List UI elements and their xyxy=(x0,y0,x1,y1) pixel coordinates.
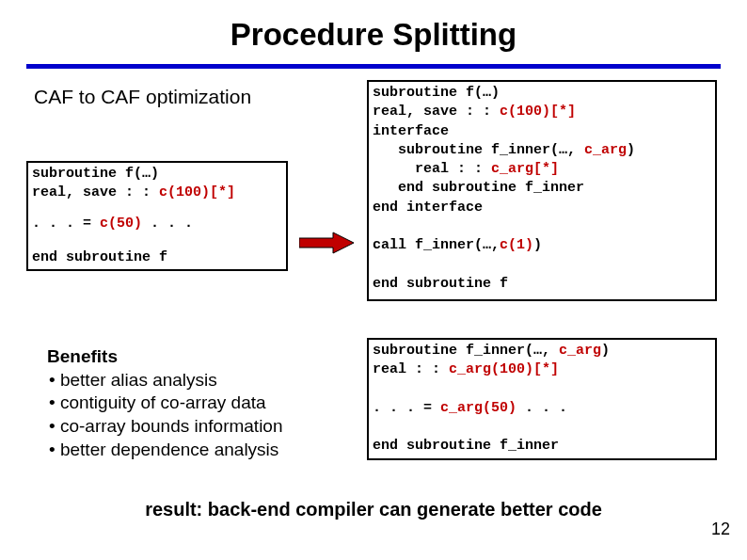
code-line: end subroutine f xyxy=(373,276,508,292)
code-keyword: c_arg(50) xyxy=(440,400,517,416)
slide: Procedure Splitting CAF to CAF optimizat… xyxy=(0,0,747,560)
code-keyword: c_arg[*] xyxy=(483,161,559,177)
title-divider xyxy=(26,64,721,69)
code-line: . . . xyxy=(517,400,567,416)
left-code-box: subroutine f(…) real, save : : c(100)[*]… xyxy=(26,161,288,271)
list-item: contiguity of co-array data xyxy=(49,392,348,415)
left-code-seg1: subroutine f(…) real, save : : c(100)[*] xyxy=(26,161,288,205)
benefits-heading: Benefits xyxy=(47,345,348,369)
right-code-box-1: subroutine f(…) real, save : : c(100)[*]… xyxy=(367,80,717,301)
left-code-seg3: end subroutine f xyxy=(26,243,288,271)
code-keyword: c(100)[*] xyxy=(151,184,235,200)
code-line: interface xyxy=(373,123,449,139)
code-keyword: c(50) xyxy=(100,216,142,232)
code-line: . . . = xyxy=(373,400,440,416)
code-line: real : : xyxy=(373,361,440,377)
code-line: subroutine f(…) xyxy=(32,166,159,182)
code-line: real, save : : xyxy=(373,104,491,120)
code-line: subroutine f_inner(…, xyxy=(373,343,550,359)
code-line: . . . = xyxy=(32,216,100,232)
code-line: end subroutine f_inner xyxy=(373,180,584,196)
benefits-block: Benefits better alias analysis contiguit… xyxy=(47,345,348,461)
benefits-list: better alias analysis contiguity of co-a… xyxy=(49,369,348,462)
code-keyword: c(100)[*] xyxy=(491,104,576,120)
right-code-box-2: subroutine f_inner(…, c_arg) real : : c_… xyxy=(367,338,717,460)
code-line: ) xyxy=(601,343,610,359)
code-line: end subroutine f_inner xyxy=(373,438,559,454)
arrow-right-icon xyxy=(299,232,356,254)
svg-marker-0 xyxy=(299,232,354,253)
code-line: subroutine f_inner(…, xyxy=(373,142,576,158)
code-line: real : : xyxy=(373,161,483,177)
left-code-seg2: . . . = c(50) . . . xyxy=(26,205,288,243)
code-line: ) xyxy=(533,237,542,253)
code-line: end subroutine f xyxy=(32,249,167,265)
list-item: co-array bounds information xyxy=(49,415,348,439)
content-area: CAF to CAF optimization subroutine f(…) … xyxy=(0,86,747,108)
code-line: call f_inner(…, xyxy=(373,237,500,253)
code-line: real, save : : xyxy=(32,184,151,200)
code-keyword: c_arg xyxy=(576,142,627,158)
list-item: better alias analysis xyxy=(49,369,348,392)
list-item: better dependence analysis xyxy=(49,439,348,462)
slide-title: Procedure Splitting xyxy=(0,17,747,53)
code-line: ) xyxy=(627,142,635,158)
code-keyword: c_arg(100)[*] xyxy=(440,361,559,377)
code-line: end interface xyxy=(373,200,483,216)
code-line: subroutine f(…) xyxy=(373,85,500,101)
code-line: . . . xyxy=(142,216,193,232)
result-text: result: back-end compiler can generate b… xyxy=(0,499,747,520)
code-keyword: c_arg xyxy=(550,343,601,359)
code-keyword: c(1) xyxy=(500,237,533,253)
page-number: 12 xyxy=(711,520,730,539)
